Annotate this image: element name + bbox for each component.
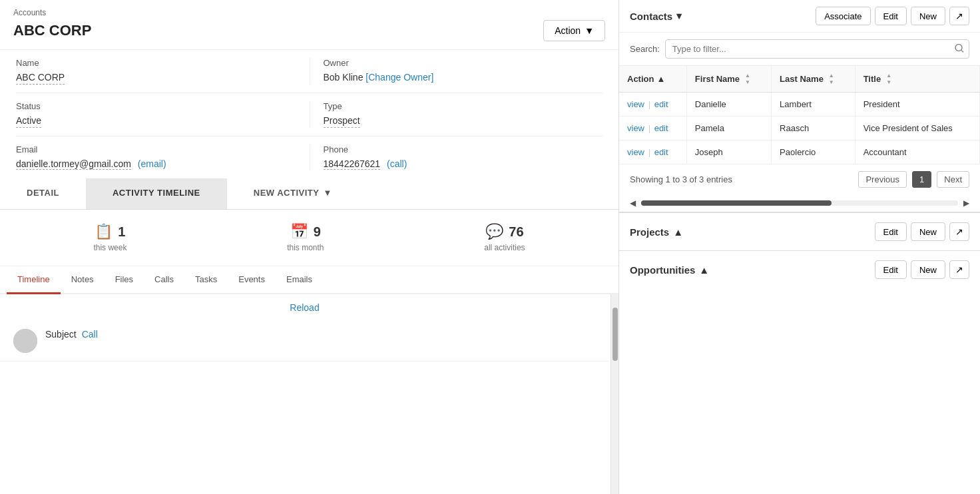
row2-edit-link[interactable]: edit [654,123,668,133]
stat-month: 📅 9 this month [287,223,324,252]
fields-row-3: Email danielle.tormey@gmail.com (email) … [16,136,603,178]
projects-title-text: Projects [630,226,669,238]
svg-point-1 [955,44,962,51]
contacts-title-text: Contacts [630,11,672,22]
scroll-track [641,200,958,206]
col-first-name[interactable]: First Name ▲ ▼ [686,66,771,93]
opportunities-external-link-icon[interactable]: ↗ [949,260,969,279]
next-page-button[interactable]: Next [937,171,969,188]
horizontal-scrollbar[interactable]: ◀ ▶ [619,194,980,212]
contacts-table-scroll[interactable]: Action ▲ First Name ▲ ▼ [619,66,980,164]
phone-label: Phone [324,144,603,154]
owner-field: Owner Bob Kline [Change Owner] [310,58,603,85]
col-action[interactable]: Action ▲ [619,66,686,93]
sub-tab-tasks[interactable]: Tasks [184,266,228,294]
activity-subject-label: Subject [45,329,77,340]
row3-lastname: Paolercio [772,140,856,164]
sub-tab-emails[interactable]: Emails [276,266,323,294]
row3-edit-link[interactable]: edit [654,147,668,157]
search-input[interactable] [665,39,969,59]
search-input-wrap [665,39,969,59]
projects-edit-button[interactable]: Edit [875,222,907,241]
contacts-table: Action ▲ First Name ▲ ▼ [619,66,980,164]
search-icon [955,43,964,53]
stat-all-number: 76 [509,224,523,240]
email-value: danielle.tormey@gmail.com (email) [16,158,166,170]
contacts-new-button[interactable]: New [911,7,945,25]
opportunities-actions: Edit New ↗ [875,260,969,279]
row1-edit-link[interactable]: edit [654,99,668,109]
activity-details: Subject Call [45,329,596,340]
scroll-left-icon[interactable]: ◀ [630,198,636,208]
email-link[interactable]: (email) [138,158,166,169]
tab-detail[interactable]: DETAIL [0,178,86,209]
activity-item: Subject Call [0,321,609,362]
message-icon: 💬 [485,223,503,240]
row2-view-link[interactable]: view [627,123,644,133]
contacts-external-link-icon[interactable]: ↗ [949,7,969,25]
row3-view-link[interactable]: view [627,147,644,157]
contacts-search-bar: Search: [619,33,980,66]
projects-chevron-icon: ▲ [673,226,683,238]
calendar-icon: 📅 [290,223,308,240]
table-row: view | edit Joseph Paolercio Accountant [619,140,980,164]
projects-new-button[interactable]: New [911,222,945,241]
row3-firstname: Joseph [686,140,771,164]
row2-action: view | edit [619,117,686,140]
opportunities-title[interactable]: Opportunities ▲ [630,264,709,276]
svg-point-0 [13,329,37,353]
opportunities-new-button[interactable]: New [911,260,945,279]
action-button[interactable]: Action ▼ [543,20,605,41]
timeline-scrollbar[interactable] [611,294,618,494]
opportunities-edit-button[interactable]: Edit [875,260,907,279]
stat-all-label: all activities [484,243,525,252]
timeline-scroll-container[interactable]: Reload Subject Call [0,294,618,494]
breadcrumb: Accounts [13,8,605,17]
status-field: Status Active [16,101,310,128]
stat-month-label: this month [287,243,324,252]
pagination-controls: Previous 1 Next [858,171,969,188]
call-link[interactable]: (call) [387,158,407,169]
sub-tab-timeline[interactable]: Timeline [7,266,61,294]
action-button-label: Action [555,25,581,36]
projects-section: Projects ▲ Edit New ↗ [619,212,980,250]
first-name-sort-up-icon: ▲ [745,73,750,79]
opportunities-chevron-icon: ▲ [699,264,709,276]
associate-button[interactable]: Associate [816,7,870,25]
type-label: Type [324,101,603,111]
contacts-title[interactable]: Contacts ▾ [630,10,682,22]
current-page-button[interactable]: 1 [912,171,931,188]
svg-line-2 [961,50,963,52]
tab-activity-timeline[interactable]: ACTIVITY TIMELINE [86,178,227,209]
phone-value: 18442267621 (call) [324,158,407,170]
search-label: Search: [630,44,660,54]
opportunities-title-text: Opportunities [630,264,695,276]
scroll-right-icon[interactable]: ▶ [963,198,969,208]
contacts-actions: Associate Edit New ↗ [816,7,969,25]
sub-tab-files[interactable]: Files [105,266,144,294]
previous-page-button[interactable]: Previous [858,171,907,188]
tab-new-activity[interactable]: NEW ACTIVITY ▼ [227,178,359,209]
row1-title: President [855,93,979,117]
pagination: Showing 1 to 3 of 3 entries Previous 1 N… [619,164,980,194]
projects-external-link-icon[interactable]: ↗ [949,222,969,241]
search-icon-button[interactable] [955,43,964,55]
right-panel: Contacts ▾ Associate Edit New ↗ Search: [619,0,980,494]
activity-type[interactable]: Call [82,329,98,340]
projects-title[interactable]: Projects ▲ [630,226,683,238]
stat-week-number: 1 [118,224,125,240]
col-last-name[interactable]: Last Name ▲ ▼ [772,66,856,93]
sub-tab-events[interactable]: Events [228,266,276,294]
fields-row-1: Name ABC CORP Owner Bob Kline [Change Ow… [16,50,603,93]
sub-tab-notes[interactable]: Notes [61,266,105,294]
main-tabs: DETAIL ACTIVITY TIMELINE NEW ACTIVITY ▼ [0,178,618,210]
change-owner-link[interactable]: [Change Owner] [366,72,433,83]
reload-link[interactable]: Reload [0,294,609,321]
row2-lastname: Raasch [772,117,856,140]
row1-view-link[interactable]: view [627,99,644,109]
col-title[interactable]: Title ▲ ▼ [855,66,979,93]
sort-up-icon: ▲ [656,74,665,84]
opportunities-section: Opportunities ▲ Edit New ↗ [619,250,980,288]
sub-tab-calls[interactable]: Calls [144,266,184,294]
contacts-edit-button[interactable]: Edit [875,7,907,25]
